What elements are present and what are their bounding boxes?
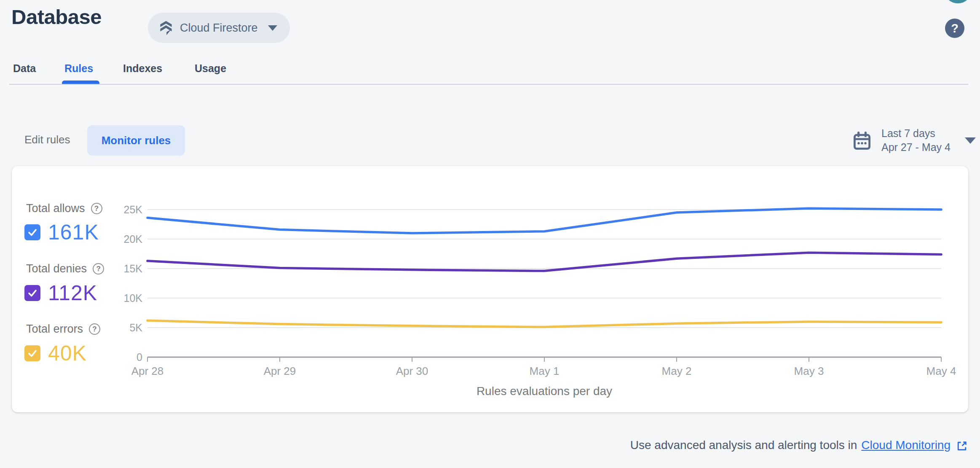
tab-divider [9,84,968,85]
database-selector[interactable]: Cloud Firestore [148,13,290,43]
footer-note: Use advanced analysis and alerting tools… [630,438,968,452]
x-tick-label: May 1 [530,365,560,377]
date-range-value: Apr 27 - May 4 [881,140,951,154]
x-tick-label: Apr 28 [131,365,164,377]
svg-text:15K: 15K [124,263,143,274]
chart-gridlines [147,210,941,328]
svg-text:0: 0 [137,351,142,363]
svg-text:20K: 20K [124,233,143,245]
x-tick-label: May 4 [926,365,956,377]
help-button[interactable]: ? [945,19,964,38]
x-tick-label: Apr 29 [264,365,296,377]
footer-text: Use advanced analysis and alerting tools… [630,438,857,452]
chevron-down-icon [268,25,277,31]
monitor-rules-button[interactable]: Monitor rules [87,125,185,156]
rules-evaluations-chart: 05K10K15K20K25KApr 28Apr 29Apr 30May 1Ma… [12,166,968,412]
series-line-total-errors [147,320,941,327]
svg-text:10K: 10K [124,292,143,304]
chart-y-axis-labels: 05K10K15K20K25K [124,204,143,363]
calendar-icon [852,129,872,151]
rules-monitor-card: Total allows ? 161K Total denies ? 112K … [12,166,968,412]
avatar[interactable] [944,0,972,3]
tab-data[interactable]: Data [13,62,36,75]
chevron-down-icon [965,137,976,144]
series-line-total-allows [147,208,941,233]
cloud-monitoring-link[interactable]: Cloud Monitoring [861,438,951,452]
page-title: Database [11,5,102,29]
x-tick-label: May 3 [794,365,824,377]
tab-indexes[interactable]: Indexes [123,62,162,75]
firestore-icon [159,20,173,36]
help-icon: ? [951,22,959,35]
external-link-icon [955,439,968,452]
tab-rules[interactable]: Rules [64,62,93,75]
chart-caption: Rules evaluations per day [147,385,941,398]
svg-text:5K: 5K [129,322,142,334]
database-selector-label: Cloud Firestore [180,22,258,35]
x-tick-label: May 2 [662,365,692,377]
svg-text:25K: 25K [124,204,143,215]
chart-x-axis: Apr 28Apr 29Apr 30May 1May 2May 3May 4 [131,357,956,377]
date-range-label: Last 7 days [881,126,951,140]
date-range-selector[interactable]: Last 7 days Apr 27 - May 4 [852,126,976,154]
x-tick-label: Apr 30 [396,365,428,377]
edit-rules-button[interactable]: Edit rules [24,133,70,146]
tab-usage[interactable]: Usage [195,62,226,75]
